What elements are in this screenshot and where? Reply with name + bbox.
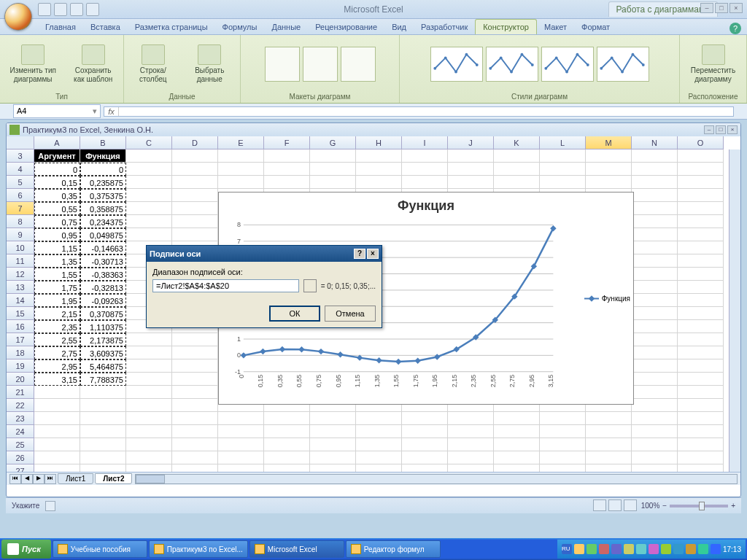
cell[interactable]: [264, 464, 310, 472]
row-header[interactable]: 15: [7, 307, 34, 320]
cell[interactable]: [632, 268, 678, 281]
cell[interactable]: 7,788375: [80, 373, 126, 386]
cell[interactable]: 2,75: [34, 346, 80, 359]
cell[interactable]: [310, 438, 356, 451]
cell[interactable]: [34, 399, 80, 412]
tray-icon[interactable]: [698, 544, 708, 554]
cell[interactable]: [310, 412, 356, 425]
cell[interactable]: 0,049875: [80, 228, 126, 241]
dialog-close-icon[interactable]: ×: [367, 249, 379, 259]
switch-row-col-button[interactable]: Строка/столбец: [127, 43, 179, 85]
cell[interactable]: [632, 425, 678, 438]
tray-icon[interactable]: [599, 544, 609, 554]
wb-close-icon[interactable]: ×: [727, 125, 738, 134]
tab-Рецензирование[interactable]: Рецензирование: [308, 20, 384, 34]
formula-area[interactable]: fx: [104, 106, 734, 117]
cell[interactable]: -0,38363: [80, 268, 126, 281]
cell[interactable]: [632, 333, 678, 346]
tab-Главная[interactable]: Главная: [38, 20, 83, 34]
cell[interactable]: Аргумент: [34, 149, 80, 163]
tray-icon[interactable]: [686, 544, 696, 554]
cell[interactable]: 0,370875: [80, 307, 126, 320]
row-header[interactable]: 17: [7, 333, 34, 346]
cell[interactable]: [586, 176, 632, 189]
cell[interactable]: [126, 202, 172, 215]
cell[interactable]: [678, 281, 724, 294]
tray-icon[interactable]: [661, 544, 671, 554]
cell[interactable]: [540, 438, 586, 451]
cell[interactable]: [678, 346, 724, 359]
cell[interactable]: 3,15: [34, 373, 80, 386]
row-header[interactable]: 25: [7, 438, 34, 451]
column-header[interactable]: O: [678, 136, 724, 149]
cell[interactable]: [678, 176, 724, 189]
cell[interactable]: [172, 359, 218, 373]
cell[interactable]: [172, 438, 218, 451]
cell[interactable]: [586, 425, 632, 438]
cell[interactable]: [632, 438, 678, 451]
cell[interactable]: [678, 451, 724, 464]
cell[interactable]: [632, 281, 678, 294]
cell[interactable]: [80, 399, 126, 412]
cell[interactable]: [632, 386, 678, 399]
cell[interactable]: [678, 228, 724, 241]
sheet-tab[interactable]: Лист1: [58, 473, 93, 484]
row-header[interactable]: 13: [7, 281, 34, 294]
column-header[interactable]: G: [310, 136, 356, 149]
cell[interactable]: [218, 412, 264, 425]
cell[interactable]: [356, 425, 402, 438]
fx-icon[interactable]: fx: [104, 107, 119, 116]
cell[interactable]: -0,32813: [80, 281, 126, 294]
cell[interactable]: 5,464875: [80, 359, 126, 373]
cell[interactable]: [264, 412, 310, 425]
cell[interactable]: [172, 215, 218, 228]
horizontal-scrollbar[interactable]: [135, 474, 738, 484]
cell[interactable]: [448, 163, 494, 176]
cell[interactable]: [632, 373, 678, 386]
cell[interactable]: [172, 163, 218, 176]
taskbar-item[interactable]: Microsoft Excel: [249, 540, 344, 558]
cell[interactable]: [34, 425, 80, 438]
cell[interactable]: [126, 438, 172, 451]
tray-icon[interactable]: [624, 544, 634, 554]
cell[interactable]: [126, 333, 172, 346]
lang-indicator[interactable]: RU: [562, 544, 572, 554]
cell[interactable]: [494, 438, 540, 451]
cell[interactable]: [126, 149, 172, 163]
tab-Данные[interactable]: Данные: [264, 20, 308, 34]
sheet-nav-last-icon[interactable]: ⏭: [44, 474, 56, 484]
name-box[interactable]: A4▾: [13, 104, 101, 118]
cell[interactable]: [80, 386, 126, 399]
macro-record-icon[interactable]: [45, 501, 55, 511]
cell[interactable]: [678, 241, 724, 254]
help-icon[interactable]: ?: [729, 23, 741, 34]
cancel-button[interactable]: Отмена: [325, 306, 376, 322]
cell[interactable]: [494, 412, 540, 425]
page-layout-view-icon[interactable]: [608, 499, 622, 511]
zoom-in-icon[interactable]: +: [731, 502, 735, 510]
cell[interactable]: [356, 438, 402, 451]
cell[interactable]: [172, 399, 218, 412]
row-header[interactable]: 12: [7, 268, 34, 281]
cell[interactable]: [678, 189, 724, 202]
row-header[interactable]: 24: [7, 425, 34, 438]
cell[interactable]: [172, 373, 218, 386]
column-header[interactable]: M: [586, 136, 632, 149]
cell[interactable]: [678, 202, 724, 215]
cell[interactable]: [632, 149, 678, 163]
tray-icon[interactable]: [574, 544, 584, 554]
cell[interactable]: [172, 425, 218, 438]
row-header[interactable]: 3: [7, 149, 34, 163]
cell[interactable]: [126, 215, 172, 228]
chart-legend[interactable]: Функция: [584, 295, 630, 303]
cell[interactable]: 1,75: [34, 281, 80, 294]
cell[interactable]: 2,15: [34, 307, 80, 320]
cell[interactable]: [310, 464, 356, 472]
cell[interactable]: -0,14663: [80, 241, 126, 254]
cell[interactable]: [264, 425, 310, 438]
cell[interactable]: [678, 149, 724, 163]
cell[interactable]: [80, 464, 126, 472]
cell[interactable]: [402, 425, 448, 438]
chart-style-thumb[interactable]: [430, 47, 483, 82]
chevron-down-icon[interactable]: ▾: [93, 106, 97, 116]
